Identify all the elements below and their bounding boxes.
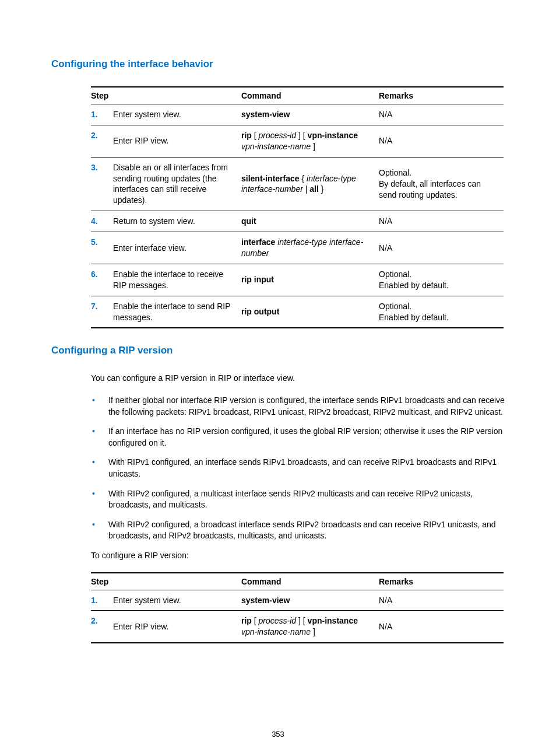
cmd-segment: interface xyxy=(241,237,275,247)
remarks-cell: N/A xyxy=(379,211,504,232)
step-number: 7. xyxy=(91,296,113,328)
table-rip-version: Step Command Remarks 1.Enter system view… xyxy=(91,572,504,644)
remark-line: N/A xyxy=(379,595,498,606)
section2-heading: Configuring a RIP version xyxy=(51,345,505,356)
table-row: 7.Enable the interface to send RIP messa… xyxy=(91,296,504,328)
remark-line: N/A xyxy=(379,135,498,146)
remark-line: Optional. xyxy=(379,167,498,178)
cmd-segment: | xyxy=(303,184,309,194)
cmd-segment: system-view xyxy=(241,110,290,119)
th-step: Step xyxy=(91,87,241,104)
remark-line: Enabled by default. xyxy=(379,312,498,323)
cmd-segment: rip xyxy=(241,616,252,625)
step-desc: Disable an or all interfaces from sendin… xyxy=(113,157,241,211)
command-cell: system-view xyxy=(241,104,379,125)
list-item: With RIPv2 configured, a broadcast inter… xyxy=(91,519,505,542)
step-desc: Enable the interface to send RIP message… xyxy=(113,296,241,328)
table-row: 2.Enter RIP view.rip [ process-id ] [ vp… xyxy=(91,611,504,643)
th-command: Command xyxy=(241,87,379,104)
command-cell: rip [ process-id ] [ vpn-instance vpn-in… xyxy=(241,611,379,643)
step-number: 1. xyxy=(91,590,113,611)
remark-line: Optional. xyxy=(379,269,498,280)
cmd-segment: vpn-instance xyxy=(308,616,358,625)
cmd-segment: system-view xyxy=(241,596,290,605)
step-number: 4. xyxy=(91,211,113,232)
cmd-segment: ] xyxy=(311,627,315,636)
cmd-segment: process-id xyxy=(259,616,297,625)
step-number: 1. xyxy=(91,104,113,125)
th-command: Command xyxy=(241,573,379,590)
cmd-segment: vpn-instance-name xyxy=(241,627,311,636)
cmd-segment: { xyxy=(300,174,307,183)
table-row: 1.Enter system view.system-viewN/A xyxy=(91,590,504,611)
table-row: 2.Enter RIP view.rip [ process-id ] [ vp… xyxy=(91,125,504,157)
list-item: If neither global nor interface RIP vers… xyxy=(91,395,505,418)
cmd-segment: [ xyxy=(252,131,259,140)
command-cell: interface interface-type interface-numbe… xyxy=(241,232,379,264)
table-row: 3.Disable an or all interfaces from send… xyxy=(91,157,504,211)
remark-line: N/A xyxy=(379,216,498,227)
step-desc: Enter RIP view. xyxy=(113,611,241,643)
cmd-segment: ] [ xyxy=(296,131,307,140)
cmd-segment: silent-interface xyxy=(241,174,300,183)
list-item: If an interface has no RIP version confi… xyxy=(91,426,505,449)
remarks-cell: N/A xyxy=(379,125,504,157)
th-remarks: Remarks xyxy=(379,573,504,590)
cmd-segment: quit xyxy=(241,216,256,226)
remarks-cell: N/A xyxy=(379,611,504,643)
cmd-segment: } xyxy=(319,184,324,194)
step-desc: Enter RIP view. xyxy=(113,125,241,157)
step-number: 5. xyxy=(91,232,113,264)
cmd-segment: vpn-instance-name xyxy=(241,142,311,151)
step-number: 3. xyxy=(91,157,113,211)
command-cell: silent-interface { interface-type interf… xyxy=(241,157,379,211)
th-remarks: Remarks xyxy=(379,87,504,104)
remark-line: Enabled by default. xyxy=(379,280,498,291)
cmd-segment: [ xyxy=(252,616,259,625)
command-cell: quit xyxy=(241,211,379,232)
cmd-segment: all xyxy=(309,184,319,194)
cmd-segment: process-id xyxy=(259,131,297,140)
step-desc: Enable the interface to receive RIP mess… xyxy=(113,264,241,296)
table-row: 5.Enter interface view.interface interfa… xyxy=(91,232,504,264)
step-number: 2. xyxy=(91,611,113,643)
cmd-segment: rip input xyxy=(241,275,274,284)
remark-line: By default, all interfaces can send rout… xyxy=(379,178,498,201)
step-desc: Enter system view. xyxy=(113,104,241,125)
command-cell: rip input xyxy=(241,264,379,296)
remark-line: N/A xyxy=(379,109,498,120)
remark-line: N/A xyxy=(379,621,498,632)
cmd-segment: ] xyxy=(311,142,315,151)
table-interface-behavior: Step Command Remarks 1.Enter system view… xyxy=(91,86,504,328)
intro-paragraph: You can configure a RIP version in RIP o… xyxy=(91,373,505,384)
step-number: 2. xyxy=(91,125,113,157)
cmd-segment: vpn-instance xyxy=(308,131,358,140)
remarks-cell: N/A xyxy=(379,232,504,264)
list-item: With RIPv2 configured, a multicast inter… xyxy=(91,488,505,511)
cmd-segment: ] [ xyxy=(296,616,307,625)
step-desc: Enter system view. xyxy=(113,590,241,611)
section1-heading: Configuring the interface behavior xyxy=(51,58,505,70)
remarks-cell: N/A xyxy=(379,590,504,611)
command-cell: rip output xyxy=(241,296,379,328)
remarks-cell: N/A xyxy=(379,104,504,125)
remark-line: Optional. xyxy=(379,301,498,312)
page-number: 353 xyxy=(0,730,556,738)
table-row: 4.Return to system view.quitN/A xyxy=(91,211,504,232)
list-item: With RIPv1 configured, an interface send… xyxy=(91,457,505,480)
step-number: 6. xyxy=(91,264,113,296)
table-row: 6.Enable the interface to receive RIP me… xyxy=(91,264,504,296)
table-row: 1.Enter system view.system-viewN/A xyxy=(91,104,504,125)
bullet-list: If neither global nor interface RIP vers… xyxy=(91,395,505,542)
th-step: Step xyxy=(91,573,241,590)
step-desc: Return to system view. xyxy=(113,211,241,232)
command-cell: rip [ process-id ] [ vpn-instance vpn-in… xyxy=(241,125,379,157)
remarks-cell: Optional.Enabled by default. xyxy=(379,296,504,328)
remark-line: N/A xyxy=(379,243,498,254)
lead-out-paragraph: To configure a RIP version: xyxy=(91,550,505,562)
cmd-segment: rip xyxy=(241,131,252,140)
remarks-cell: Optional.Enabled by default. xyxy=(379,264,504,296)
cmd-segment: rip output xyxy=(241,307,279,316)
remarks-cell: Optional.By default, all interfaces can … xyxy=(379,157,504,211)
step-desc: Enter interface view. xyxy=(113,232,241,264)
